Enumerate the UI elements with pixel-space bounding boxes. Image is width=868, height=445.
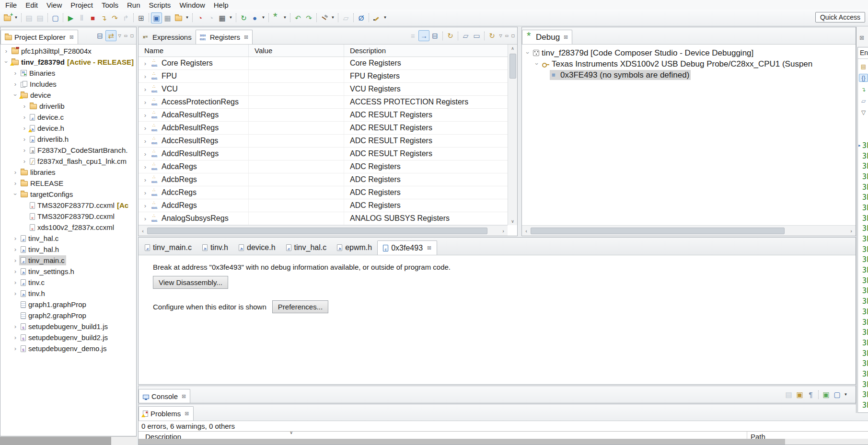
expander-icon[interactable]: › xyxy=(141,202,149,209)
register-row-adccresultregs[interactable]: ›AdccResultRegsADC RESULT Registers xyxy=(139,135,508,148)
strip-menu-icon[interactable]: ▽ xyxy=(859,108,868,116)
expander-icon[interactable]: › xyxy=(12,246,19,253)
editor-tab-0x3fe493[interactable]: 0x3fe493⊠ xyxy=(377,240,437,255)
disassembly-address-row[interactable]: 3F xyxy=(858,265,868,275)
expander-icon[interactable]: › xyxy=(12,334,19,341)
disassembly-address-row[interactable]: 3F xyxy=(858,192,868,203)
disassembly-address-row[interactable]: 3F xyxy=(858,255,868,265)
chevron-down-icon[interactable]: ∨ xyxy=(289,432,293,435)
tree-item-tinv-hal-c[interactable]: ›tinv_hal.c xyxy=(0,233,136,244)
tree-item-f2837xd-codestartbranch[interactable]: ›F2837xD_CodeStartBranch. xyxy=(0,145,136,156)
disassembly-address-row[interactable]: 3F xyxy=(858,244,868,255)
expander-icon[interactable]: › xyxy=(533,60,541,68)
disassembly-address-row[interactable]: 3F xyxy=(858,379,868,390)
disassembly-address-row[interactable]: 3F xyxy=(858,224,868,234)
register-row-adccregs[interactable]: ›AdccRegsADC Registers xyxy=(139,186,508,199)
reload-program-icon[interactable]: ↷ xyxy=(303,12,314,23)
build-menu-icon[interactable]: ▼ xyxy=(330,12,336,23)
annotate-menu-icon[interactable]: ▼ xyxy=(382,12,388,23)
target-console-icon[interactable]: ▢ xyxy=(50,12,61,23)
expander-icon[interactable]: › xyxy=(21,147,28,154)
show-source-icon[interactable]: {} xyxy=(859,74,868,82)
terminate-icon[interactable]: ■ xyxy=(87,12,98,23)
editor-tab-epwm-h[interactable]: epwm.h xyxy=(332,240,377,255)
refresh-view-icon[interactable]: ▤ xyxy=(859,62,868,70)
expander-icon[interactable]: › xyxy=(141,163,149,171)
save-all-icon[interactable]: ▤ xyxy=(35,12,46,23)
step-into-icon[interactable]: ↴ xyxy=(98,12,109,23)
expander-icon[interactable]: › xyxy=(12,257,19,264)
menu-file[interactable]: File xyxy=(1,0,21,10)
expander-icon[interactable]: › xyxy=(141,112,149,119)
tree-item-texas-instruments-xds100v2-usb-debug-probe-c28xx-cpu1-suspen[interactable]: ›Texas Instruments XDS100v2 USB Debug Pr… xyxy=(522,58,856,69)
close-icon[interactable]: ⊠ xyxy=(427,245,431,251)
expander-icon[interactable]: › xyxy=(141,125,149,132)
expander-icon[interactable]: › xyxy=(21,103,28,110)
tree-item-device-c[interactable]: ›device.c xyxy=(0,112,136,123)
menu-project[interactable]: Project xyxy=(66,0,97,10)
debug-launch-icon[interactable]: ▶ xyxy=(65,12,76,23)
editor-tab-tinv-h[interactable]: tinv.h xyxy=(197,240,233,255)
problems-hscrollbar[interactable] xyxy=(139,439,868,445)
disassembly-address-row[interactable]: 3F xyxy=(858,390,868,400)
view-menu-icon[interactable]: ▽ xyxy=(498,30,504,41)
close-icon[interactable]: ⊠ xyxy=(182,393,186,399)
register-row-adcdresultregs[interactable]: ›AdcdResultRegsADC RESULT Registers xyxy=(139,148,508,160)
tree-item-tinv-main-c[interactable]: ›tinv_main.c xyxy=(0,255,136,266)
menu-scripts[interactable]: Scripts xyxy=(145,0,175,10)
tree-item-tms320f28379d-ccxml[interactable]: TMS320F28379D.ccxml xyxy=(0,211,136,222)
expander-icon[interactable]: › xyxy=(21,114,28,121)
registers-hscrollbar[interactable]: ‹ › xyxy=(139,225,508,236)
scroll-down-icon[interactable]: ∨ xyxy=(508,217,517,225)
expander-icon[interactable]: › xyxy=(141,60,149,67)
menu-run[interactable]: Run xyxy=(123,0,145,10)
preferences-button[interactable]: Preferences... xyxy=(272,300,328,313)
close-icon[interactable]: ⊠ xyxy=(185,411,189,417)
tree-item-xds100v2-f2837x-ccxml[interactable]: xds100v2_f2837x.ccxml xyxy=(0,222,136,233)
menu-view[interactable]: View xyxy=(42,0,66,10)
minimize-icon[interactable]: ▭ xyxy=(123,30,129,41)
register-row-adcaresultregs[interactable]: ›AdcaResultRegsADC RESULT Registers xyxy=(139,109,508,122)
tree-item-tinv-hal-h[interactable]: ›tinv_hal.h xyxy=(0,244,136,255)
scroll-left-icon[interactable]: ‹ xyxy=(139,228,147,234)
register-row-adcaregs[interactable]: ›AdcaRegsADC Registers xyxy=(139,160,508,173)
link-with-editor-icon[interactable]: ⇄ xyxy=(105,30,116,41)
view-menu-icon[interactable]: ▽ xyxy=(116,30,123,41)
expander-icon[interactable]: › xyxy=(12,69,19,77)
close-icon[interactable]: ⊠ xyxy=(859,34,864,41)
tree-item-setupdebugenv-demo-js[interactable]: ›setupdebugenv_demo.js xyxy=(0,343,136,354)
step-return-icon[interactable]: ↱ xyxy=(120,12,131,23)
clear-console-icon[interactable]: ▤ xyxy=(783,389,794,400)
project-explorer-hscrollbar[interactable] xyxy=(0,436,137,445)
expander-icon[interactable]: › xyxy=(21,158,28,165)
disassembly-address-row[interactable]: 3F xyxy=(858,296,868,307)
disassembly-address-row[interactable]: 3F xyxy=(858,327,868,338)
resource-menu-icon[interactable]: ▼ xyxy=(260,12,266,23)
disassembly-address-row[interactable]: 3F xyxy=(858,161,868,171)
disassembly-address-row[interactable]: 3F xyxy=(858,317,868,328)
disassembly-address-row[interactable]: 3F xyxy=(858,286,868,297)
register-row-vcu[interactable]: ›VCUVCU Registers xyxy=(139,83,508,96)
disassembly-address-row[interactable]: 3F xyxy=(858,348,868,359)
debug-config-menu-icon[interactable]: ▼ xyxy=(184,12,190,23)
tree-item-targetconfigs[interactable]: ›targetConfigs xyxy=(0,189,136,200)
word-wrap-icon[interactable]: ¶ xyxy=(805,389,816,400)
open-new-view-icon[interactable]: ▱ xyxy=(859,97,868,105)
target-probe-icon[interactable]: ▦ xyxy=(162,12,173,23)
tree-item-tinv-c[interactable]: ›tinv.c xyxy=(0,277,136,288)
suspend-icon[interactable]: Ⅱ xyxy=(76,12,87,23)
scrollbar-thumb[interactable] xyxy=(531,228,785,234)
collapse-all-icon[interactable]: ⊟ xyxy=(429,30,440,41)
register-row-fpu[interactable]: ›FPUFPU Registers xyxy=(139,70,508,83)
scroll-up-icon[interactable]: ∧ xyxy=(508,45,517,52)
resource-explorer-icon[interactable]: ● xyxy=(249,12,260,23)
tree-item-0x3fe493-no-symbols-are-defined[interactable]: 0x3FE493 (no symbols are defined) xyxy=(522,69,856,80)
search-icon[interactable]: Ø xyxy=(356,12,367,23)
tree-item-includes[interactable]: ›Includes xyxy=(0,79,136,90)
expander-icon[interactable]: › xyxy=(141,150,149,158)
disassembly-address-row[interactable]: ▸3F xyxy=(858,140,868,151)
scroll-lock-icon[interactable]: ▣ xyxy=(794,389,805,400)
menu-tools[interactable]: Tools xyxy=(97,0,123,10)
scroll-right-icon[interactable]: › xyxy=(499,228,508,234)
expander-icon[interactable]: › xyxy=(12,279,19,286)
